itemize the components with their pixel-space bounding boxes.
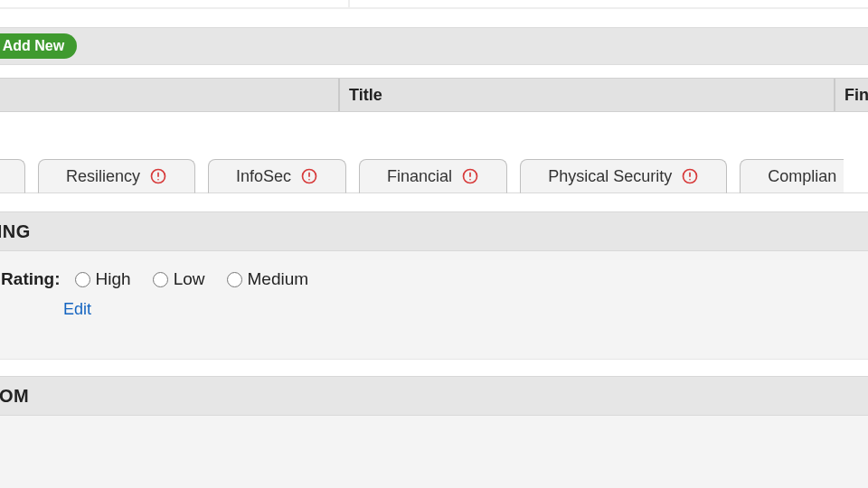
findings-table: Title Find (0, 78, 868, 137)
section-header-com: COM (0, 376, 868, 416)
tabs-row: k Resiliency InfoSec Financial Physical … (0, 159, 844, 193)
alert-circle-icon (300, 167, 318, 185)
alert-circle-icon (681, 167, 699, 185)
table-header-row: Title Find (0, 78, 868, 112)
top-separator (0, 7, 868, 9)
section-title-rating: TING (0, 221, 31, 242)
tab-item-0[interactable]: k (0, 159, 25, 193)
table-empty-body (0, 112, 868, 137)
svg-point-8 (469, 179, 471, 181)
add-new-button[interactable]: ‹ Add New (0, 33, 77, 59)
section-header-rating: TING (0, 211, 868, 251)
table-header-title[interactable]: Title (340, 79, 835, 111)
table-header-find[interactable]: Find (835, 79, 868, 111)
tab-label: Resiliency (66, 167, 140, 186)
svg-point-11 (689, 179, 691, 181)
com-panel (0, 416, 868, 488)
tab-infosec[interactable]: InfoSec (208, 159, 346, 193)
rating-option-label: Medium (248, 269, 309, 289)
tab-label: Financial (387, 167, 452, 186)
rating-option-label: Low (174, 269, 205, 289)
tab-financial[interactable]: Financial (359, 159, 507, 193)
add-new-label: Add New (3, 38, 64, 54)
tabs-container: k Resiliency InfoSec Financial Physical … (0, 154, 868, 193)
rating-row: al Rating: High Low Medium (0, 269, 317, 289)
rating-option-high[interactable]: High (75, 269, 131, 289)
rating-option-medium[interactable]: Medium (227, 269, 309, 289)
rating-radio-low[interactable] (153, 272, 168, 287)
add-new-bar: ‹ Add New (0, 27, 868, 65)
alert-circle-icon (461, 167, 479, 185)
alert-circle-icon (149, 167, 167, 185)
rating-panel: al Rating: High Low Medium Edit (0, 251, 868, 360)
svg-point-2 (157, 179, 159, 181)
rating-label: al Rating: (0, 269, 61, 289)
section-title-com: COM (0, 386, 29, 407)
table-header-blank[interactable] (0, 79, 340, 111)
top-divider-segment (0, 0, 868, 7)
tab-label: Complian (768, 167, 836, 186)
tab-physical-security[interactable]: Physical Security (520, 159, 727, 193)
tab-resiliency[interactable]: Resiliency (38, 159, 195, 193)
rating-option-label: High (96, 269, 131, 289)
rating-radio-high[interactable] (75, 272, 90, 287)
tab-label: Physical Security (548, 167, 672, 186)
edit-link[interactable]: Edit (63, 300, 91, 319)
rating-option-low[interactable]: Low (153, 269, 205, 289)
tab-label: InfoSec (236, 167, 291, 186)
tab-compliance[interactable]: Complian (740, 159, 844, 193)
svg-point-5 (308, 179, 310, 181)
rating-radio-medium[interactable] (227, 272, 242, 287)
